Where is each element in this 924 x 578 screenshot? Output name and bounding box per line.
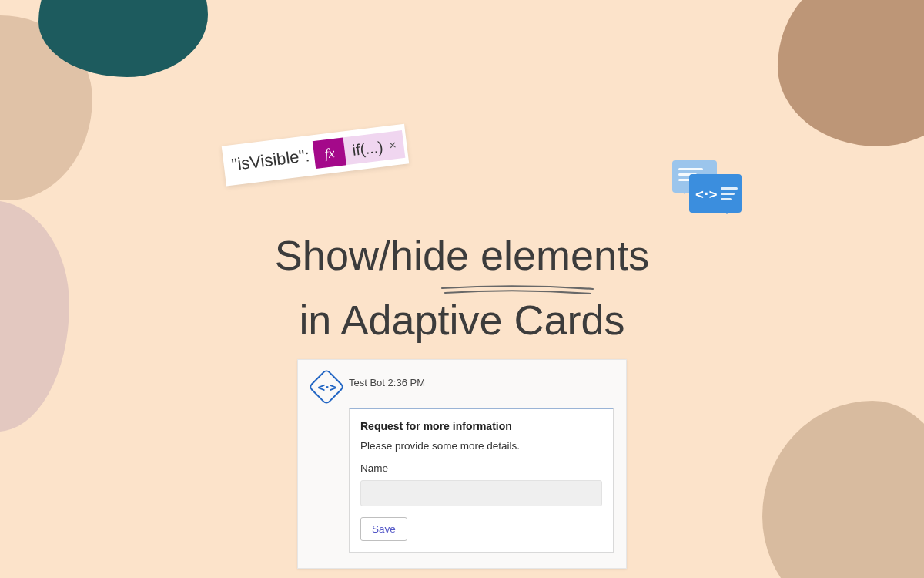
name-input[interactable] (360, 480, 602, 506)
message-time: 2:36 PM (388, 377, 425, 388)
fx-expression-text: if(...) (343, 137, 390, 160)
decorative-blob (778, 0, 924, 146)
card-description: Please provide some more details. (360, 440, 602, 452)
bot-name: Test Bot (349, 377, 385, 388)
fx-icon: fx (313, 137, 346, 169)
name-field-label: Name (360, 462, 602, 474)
code-snippet: "isVisible": fx if(...) × (222, 124, 410, 187)
close-icon: × (388, 137, 404, 153)
title-line-1: Show/hide elements (0, 223, 924, 288)
decorative-blob (762, 401, 924, 578)
chat-code-icon: <·> (672, 160, 743, 222)
adaptive-card-preview: <·> Test Bot 2:36 PM Request for more in… (297, 359, 627, 569)
fx-expression-pill: fx if(...) × (313, 130, 406, 169)
save-button[interactable]: Save (360, 517, 407, 541)
bot-meta: Test Bot 2:36 PM (349, 372, 425, 388)
snippet-key: "isVisible": (230, 146, 310, 175)
card-heading: Request for more information (360, 420, 602, 432)
title-line-2: in Adaptive Cards (0, 288, 924, 353)
title-underline (440, 285, 594, 296)
card-body: Request for more information Please prov… (349, 408, 614, 553)
bot-avatar-icon: <·> (308, 368, 345, 405)
decorative-blob (38, 0, 208, 77)
